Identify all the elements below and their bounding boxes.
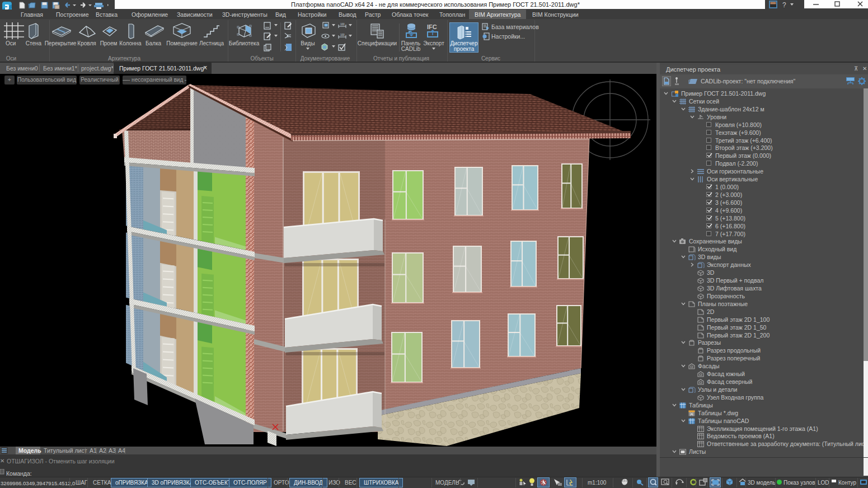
svg-text:?: ?	[782, 1, 786, 9]
svg-text:100: 100	[340, 34, 345, 36]
svg-text:A: A	[691, 412, 693, 416]
svg-text:100: 100	[340, 23, 345, 26]
svg-text:IFC: IFC	[427, 24, 437, 30]
